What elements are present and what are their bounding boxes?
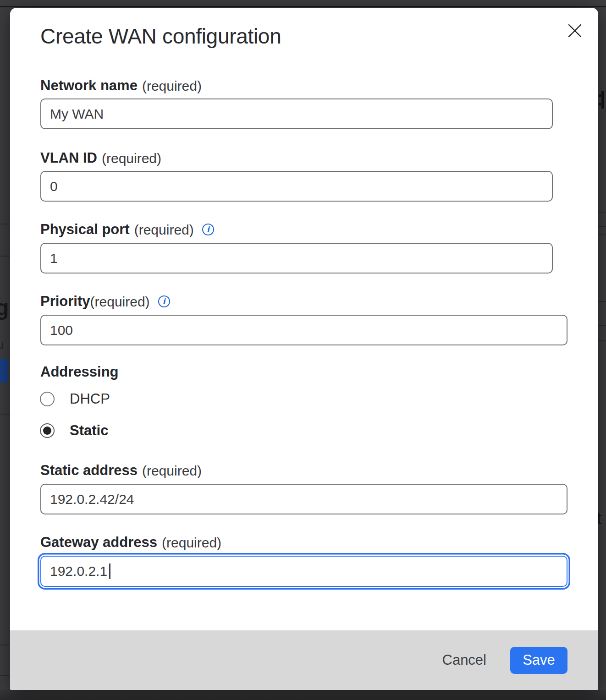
label-text: Priority (40, 294, 90, 309)
radio-unselected-icon[interactable] (40, 392, 55, 406)
info-icon[interactable]: i (158, 295, 170, 307)
required-hint: (required) (142, 463, 202, 478)
required-hint: (required) (142, 78, 202, 93)
required-hint: (required) (90, 294, 150, 309)
bg-row-line (598, 226, 606, 227)
bg-row-line (0, 645, 10, 645)
cancel-button[interactable]: Cancel (441, 649, 488, 671)
bg-text-fragment (599, 103, 601, 105)
addressing-heading: Addressing (40, 364, 119, 380)
text-cursor (109, 563, 110, 579)
save-button[interactable]: Save (510, 647, 567, 674)
bg-row-line (598, 301, 606, 302)
dhcp-radio-label: DHCP (70, 391, 110, 407)
bg-row-line (0, 414, 10, 415)
static-address-input[interactable] (40, 484, 567, 514)
label-text: Gateway address (40, 535, 157, 550)
static-radio-label: Static (70, 423, 108, 438)
close-icon[interactable] (567, 23, 582, 38)
bg-text-fragment: g (0, 296, 9, 320)
bg-row-line (598, 234, 606, 235)
info-icon-glyph: i (162, 298, 165, 306)
bg-divider (0, 6, 606, 7)
required-hint: (required) (162, 535, 221, 550)
create-wan-dialog: Create WAN configuration Network name (r… (10, 8, 598, 690)
static-radio-option[interactable]: Static (40, 423, 108, 438)
bg-text-fragment (601, 91, 604, 109)
bg-text-fragment (599, 94, 601, 97)
info-icon[interactable]: i (202, 224, 214, 235)
label-text: Physical port (40, 222, 130, 237)
label-text: Static address (40, 463, 138, 478)
network-name-input[interactable] (40, 98, 553, 129)
label-text: Network name (40, 78, 138, 93)
dialog-title: Create WAN configuration (40, 24, 281, 49)
static-address-label: Static address (required) (40, 463, 202, 478)
bg-row-line (598, 325, 606, 326)
dialog-footer: Cancel Save (10, 630, 598, 690)
vlan-id-label: VLAN ID (required) (40, 150, 161, 166)
bg-text-fragment: u (0, 337, 4, 352)
label-text: VLAN ID (40, 150, 97, 166)
bg-row-line (598, 340, 606, 341)
bg-row-line (0, 224, 10, 224)
bg-row-line (0, 256, 10, 257)
network-name-label: Network name (required) (40, 78, 202, 93)
priority-label: Priority (required) i (40, 294, 170, 309)
gateway-address-label: Gateway address (required) (40, 535, 221, 550)
gateway-address-input[interactable] (40, 556, 567, 587)
required-hint: (required) (134, 222, 194, 237)
gateway-address-field (40, 556, 567, 587)
bg-button-fragment (0, 359, 8, 383)
physical-port-input[interactable] (40, 243, 553, 273)
priority-input[interactable] (40, 315, 567, 345)
radio-selected-icon[interactable] (40, 423, 55, 438)
physical-port-label: Physical port (required) i (40, 222, 214, 237)
required-hint: (required) (102, 151, 161, 166)
bg-row-line (598, 212, 606, 213)
dhcp-radio-option[interactable]: DHCP (40, 391, 110, 407)
bg-bottom-strip (0, 690, 606, 700)
info-icon-glyph: i (207, 226, 209, 234)
vlan-id-input[interactable] (40, 171, 553, 202)
bg-row-line (0, 675, 10, 676)
